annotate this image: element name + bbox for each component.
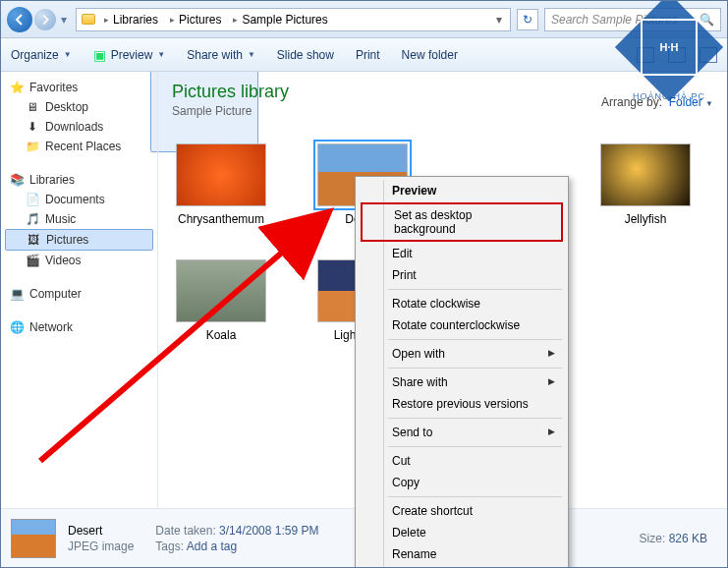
nav-recent[interactable]: 📁Recent Places: [1, 137, 157, 156]
watermark: H·H HOÀNG HÀ PC: [631, 9, 707, 101]
music-icon: 🎵: [25, 211, 40, 227]
details-size: 826 KB: [669, 532, 707, 545]
crumb-root[interactable]: Libraries: [113, 13, 158, 27]
crumb-sub[interactable]: Sample Pictures: [242, 13, 327, 27]
libraries-icon: 📚: [9, 172, 25, 188]
details-thumbnail: [11, 519, 56, 558]
ctx-delete[interactable]: Delete: [359, 522, 565, 543]
ctx-rotate-counterclockwise[interactable]: Rotate counterclockwise: [359, 314, 565, 336]
nav-network[interactable]: 🌐Network: [1, 317, 157, 337]
nav-videos[interactable]: 🎬Videos: [1, 251, 157, 270]
share-menu[interactable]: Share with ▼: [187, 48, 255, 62]
recent-icon: 📁: [25, 139, 40, 154]
details-tags[interactable]: Add a tag: [187, 540, 237, 553]
ctx-cut[interactable]: Cut: [359, 450, 565, 472]
network-icon: 🌐: [9, 319, 25, 335]
nav-history-dropdown[interactable]: ▾: [58, 13, 70, 27]
titlebar: ▾ ▸Libraries ▸Pictures ▸Sample Pictures …: [1, 1, 727, 38]
newfolder-button[interactable]: New folder: [402, 48, 458, 62]
ctx-set-desktop-background[interactable]: Set as desktop background: [361, 202, 563, 242]
ctx-send-to[interactable]: Send to▶: [359, 422, 565, 443]
print-button[interactable]: Print: [356, 48, 380, 62]
ctx-open-with[interactable]: Open with▶: [359, 343, 565, 365]
documents-icon: 📄: [25, 192, 40, 207]
nav-downloads[interactable]: ⬇Downloads: [1, 117, 157, 137]
refresh-button[interactable]: ↻: [517, 9, 538, 30]
ctx-preview[interactable]: Preview: [359, 180, 565, 201]
details-date: 3/14/2008 1:59 PM: [219, 524, 318, 538]
details-name: Desert: [68, 524, 134, 538]
details-type: JPEG image: [68, 540, 134, 553]
libraries-group[interactable]: 📚Libraries: [1, 170, 157, 190]
computer-icon: 💻: [9, 286, 25, 302]
chevron-right-icon: ▶: [548, 376, 555, 386]
videos-icon: 🎬: [25, 253, 40, 268]
star-icon: ⭐: [9, 80, 25, 95]
ctx-copy[interactable]: Copy: [359, 472, 565, 493]
ctx-rename[interactable]: Rename: [359, 543, 565, 565]
nav-documents[interactable]: 📄Documents: [1, 190, 157, 209]
downloads-icon: ⬇: [25, 119, 40, 135]
nav-computer[interactable]: 💻Computer: [1, 284, 157, 304]
address-bar[interactable]: ▸Libraries ▸Pictures ▸Sample Pictures ▾: [76, 8, 511, 31]
desktop-icon: 🖥: [25, 99, 40, 115]
crumb-folder[interactable]: Pictures: [179, 13, 221, 27]
navigation-pane: ⭐Favorites 🖥Desktop ⬇Downloads 📁Recent P…: [1, 72, 158, 508]
nav-desktop[interactable]: 🖥Desktop: [1, 97, 157, 117]
thumb-jellyfish[interactable]: Jellyfish: [596, 143, 695, 226]
slideshow-button[interactable]: Slide show: [277, 48, 334, 62]
chevron-right-icon: ▶: [548, 348, 555, 358]
ctx-print[interactable]: Print: [359, 264, 565, 286]
favorites-group[interactable]: ⭐Favorites: [1, 78, 157, 97]
context-menu: Preview Set as desktop background Edit P…: [355, 176, 569, 568]
folder-icon: [81, 12, 96, 28]
back-button[interactable]: [7, 7, 32, 32]
nav-music[interactable]: 🎵Music: [1, 209, 157, 229]
organize-menu[interactable]: Organize ▼: [11, 48, 72, 62]
forward-button[interactable]: [34, 9, 56, 30]
nav-pictures[interactable]: 🖼Pictures: [5, 229, 153, 251]
ctx-share-with[interactable]: Share with▶: [359, 371, 565, 393]
preview-menu[interactable]: ▣ Preview ▼: [93, 47, 166, 63]
pictures-icon: 🖼: [26, 232, 41, 248]
thumb-koala[interactable]: Koala: [172, 259, 270, 342]
ctx-rotate-clockwise[interactable]: Rotate clockwise: [359, 293, 565, 314]
address-dropdown[interactable]: ▾: [492, 13, 506, 27]
ctx-create-shortcut[interactable]: Create shortcut: [359, 500, 565, 522]
thumb-chrysanthemum[interactable]: Chrysanthemum: [172, 143, 270, 226]
ctx-restore[interactable]: Restore previous versions: [359, 393, 565, 415]
chevron-right-icon: ▶: [548, 426, 555, 436]
ctx-edit[interactable]: Edit: [359, 243, 565, 264]
